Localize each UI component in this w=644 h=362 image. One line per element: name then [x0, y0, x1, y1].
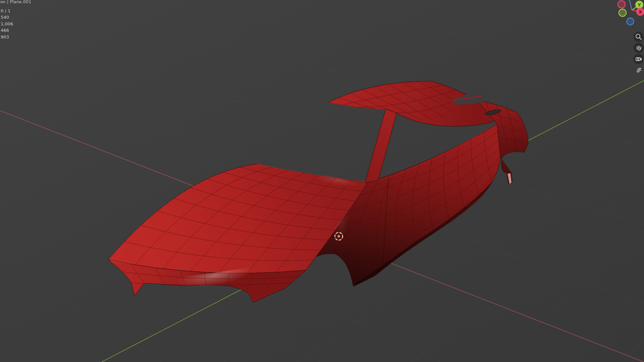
- zoom-icon: [634, 32, 644, 42]
- axis-y-negative-ball[interactable]: [619, 9, 626, 16]
- stat-faces: 466: [1, 27, 13, 34]
- camera-view-button[interactable]: [634, 54, 644, 64]
- car-panel-a-pillar[interactable]: [365, 109, 396, 183]
- stat-tris: 903: [1, 34, 13, 40]
- stat-vertices: 540: [1, 14, 13, 20]
- move-button[interactable]: [634, 43, 644, 53]
- stat-edges: 1,006: [1, 21, 13, 27]
- perspective-icon: [634, 65, 644, 75]
- hand-icon: [634, 43, 644, 53]
- axis-z-negative-ball[interactable]: [627, 18, 634, 25]
- camera-icon: [634, 54, 644, 64]
- viewport-nav-buttons: [634, 31, 644, 76]
- car-mesh-object[interactable]: [108, 81, 528, 303]
- axis-y-label: Y: [637, 2, 641, 7]
- active-object-label: ion | Plane.001: [0, 0, 31, 4]
- zoom-button[interactable]: [634, 32, 644, 42]
- viewport-3d[interactable]: ion | Plane.001 0 / 1 540 1,006 466 903 …: [0, 0, 644, 362]
- statistics-overlay: 0 / 1 540 1,006 466 903: [1, 8, 13, 40]
- perspective-toggle-button[interactable]: [634, 65, 644, 75]
- navigation-gizmo[interactable]: Y X: [607, 0, 644, 30]
- stat-objects: 0 / 1: [1, 8, 13, 14]
- scene-canvas[interactable]: [0, 0, 644, 362]
- axis-x-label: X: [639, 9, 642, 14]
- axis-x-negative-ball[interactable]: [618, 1, 625, 8]
